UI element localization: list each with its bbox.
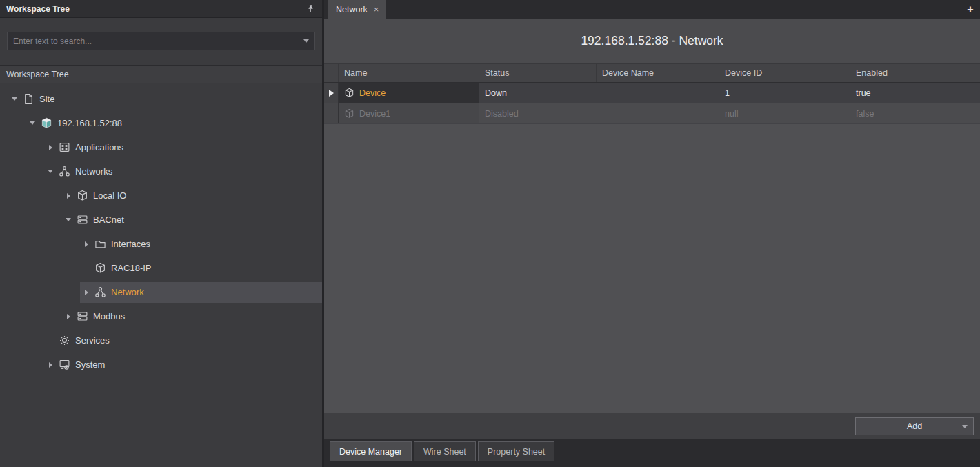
tab-property-sheet[interactable]: Property Sheet [478,441,554,461]
pin-icon[interactable] [305,3,316,14]
table-empty-area [324,124,980,413]
device-icon [344,88,354,98]
column-header-name[interactable]: Name [339,64,479,82]
system-icon [59,359,70,370]
tab-close-icon[interactable]: × [374,5,379,14]
tab-network[interactable]: Network × [328,0,386,19]
cell-device-id: null [719,103,850,123]
add-button-label: Add [907,421,922,431]
tree-item-label: Local IO [93,190,126,201]
cell-device-id: 1 [719,83,850,103]
document-tab-strip: Network × + [324,0,980,19]
new-tab-button[interactable]: + [961,0,980,19]
tree-item-applications[interactable]: Applications [0,135,322,159]
tree-item-label: 192.168.1.52:88 [57,118,122,128]
tree-item-local-io[interactable]: Local IO [0,183,322,208]
device-icon [344,108,354,119]
tree-item-server[interactable]: 192.168.1.52:88 [0,111,322,135]
tree-item-label: Networks [75,166,112,177]
search-dropdown-button[interactable] [298,32,314,50]
tree-item-bacnet[interactable]: BACnet [0,208,322,232]
expand-arrow-icon[interactable] [80,290,92,295]
workspace-tree-panel-title: Workspace Tree [6,4,70,14]
column-header-status[interactable]: Status [479,64,597,82]
main-content-panel: Network × + 192.168.1.52:88 - Network Na… [324,0,980,467]
networks-icon [59,166,70,177]
row-gutter [324,103,339,123]
expand-arrow-icon[interactable] [62,193,74,199]
folder-icon [94,238,106,250]
tree-item-site[interactable]: Site [0,87,322,111]
chevron-down-icon [962,425,968,428]
expand-arrow-icon[interactable] [62,314,74,319]
tree-item-interfaces[interactable]: Interfaces [0,232,322,256]
cell-enabled: true [850,83,980,103]
action-bar: Add [324,413,980,439]
tree-item-modbus[interactable]: Modbus [0,304,322,328]
tree-item-system[interactable]: System [0,352,322,377]
cell-name[interactable]: Device [339,83,479,103]
search-box [7,32,315,50]
row-gutter [324,83,339,103]
modbus-icon [77,310,88,322]
cell-device-name [597,83,719,103]
site-icon [23,93,34,105]
row-selection-marker-icon [329,90,334,97]
tree-item-label: Services [75,335,110,346]
server-icon [41,117,52,129]
cell-name-text: Device1 [359,109,390,119]
bacnet-icon [77,214,88,226]
expand-arrow-icon[interactable] [8,97,21,101]
device-icon [94,262,106,274]
tree-item-label: System [75,359,105,370]
tab-strip-spacer [386,0,961,19]
tree-item-label: Network [111,287,144,297]
column-header-device-id[interactable]: Device ID [719,64,850,82]
tree-item-label: Interfaces [111,239,150,249]
tree-item-label: Applications [75,142,123,152]
chevron-down-icon [303,39,309,43]
table-row[interactable]: Device Down 1 true [324,83,980,103]
table-header-gutter [324,64,339,82]
search-input[interactable] [8,37,298,46]
cell-status: Disabled [479,103,597,123]
cell-name-text: Device [359,88,386,98]
expand-arrow-icon[interactable] [62,218,74,221]
expand-arrow-icon[interactable] [26,121,39,125]
tab-device-manager[interactable]: Device Manager [330,441,412,461]
tab-wire-sheet[interactable]: Wire Sheet [414,441,476,461]
expand-arrow-icon[interactable] [44,170,57,173]
tree-item-network[interactable]: Network [0,280,322,304]
tree-item-networks[interactable]: Networks [0,159,322,183]
expand-arrow-icon[interactable] [44,362,57,368]
workspace-tree: Site 192.168.1.52:88 Applications [0,83,322,467]
view-title: 192.168.1.52:88 - Network [324,19,980,64]
column-header-device-name[interactable]: Device Name [597,64,719,82]
tree-item-label: Site [39,94,54,104]
services-icon [59,335,70,346]
expand-arrow-icon[interactable] [44,145,57,150]
tab-label: Network [336,5,368,14]
view-tab-strip: Device Manager Wire Sheet Property Sheet [324,439,980,467]
cell-enabled: false [850,103,980,123]
workspace-tree-panel-header: Workspace Tree [0,0,322,18]
tree-section-header: Workspace Tree [0,65,322,83]
tree-item-services[interactable]: Services [0,328,322,352]
table-row[interactable]: Device1 Disabled null false [324,103,980,124]
tree-item-label: BACnet [93,215,124,225]
device-icon [77,190,88,201]
tree-item-rac18-ip[interactable]: RAC18-IP [0,256,322,280]
cell-name[interactable]: Device1 [339,103,479,123]
network-icon [94,286,106,298]
tree-item-label: RAC18-IP [111,263,152,273]
add-button[interactable]: Add [855,417,974,435]
app-window: Workspace Tree Workspace Tree Site 192 [0,0,980,467]
tree-item-label: Modbus [93,311,125,321]
column-header-enabled[interactable]: Enabled [850,64,980,82]
applications-icon [59,141,70,153]
expand-arrow-icon[interactable] [80,241,92,247]
cell-device-name [597,103,719,123]
table-header: Name Status Device Name Device ID Enable… [324,64,980,83]
cell-status: Down [479,83,597,103]
workspace-tree-panel: Workspace Tree Workspace Tree Site 192 [0,0,324,467]
